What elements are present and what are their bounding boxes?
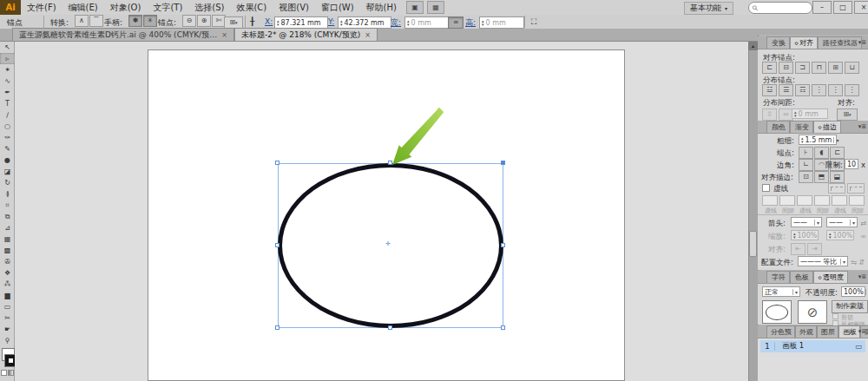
chevron-down-icon[interactable]: ▾ <box>833 137 838 143</box>
handle-bottom-right[interactable] <box>501 325 505 330</box>
link-scale-icon[interactable]: ∞ <box>860 232 866 240</box>
make-mask-button[interactable]: 制作蒙版 <box>832 300 868 313</box>
arrowhead-start-select[interactable]: ——▾ <box>791 217 822 227</box>
panel-tab[interactable]: ≎对齐 <box>790 36 818 49</box>
cap-round-button[interactable]: ◖ <box>814 147 829 159</box>
distribute-left-button[interactable]: ⋮ <box>812 84 826 96</box>
close-icon[interactable]: × <box>365 31 371 39</box>
arrow-tip-button[interactable]: ⇤ <box>791 243 806 255</box>
panel-tab[interactable]: 外观 <box>795 325 817 338</box>
panel-tab[interactable]: 分色预 <box>766 325 795 338</box>
clip-checkbox[interactable] <box>832 313 838 319</box>
menu-item[interactable]: 效果(C) <box>230 0 273 15</box>
menu-item[interactable]: 文字(T) <box>147 0 188 15</box>
color-button[interactable] <box>1 370 7 376</box>
align-bottom-button[interactable]: ⊔ <box>845 62 859 74</box>
minimize-button[interactable]: – <box>812 1 832 14</box>
align-h-center-button[interactable]: ⊟ <box>779 62 793 74</box>
add-anchor-button[interactable]: ⊕ <box>197 15 211 27</box>
close-icon[interactable]: × <box>221 31 227 39</box>
stroke-inside-button[interactable]: ⬒ <box>814 171 829 183</box>
type-tool[interactable]: T <box>0 98 15 109</box>
panel-tab[interactable]: ≎透明度 <box>813 271 848 283</box>
swap-arrowheads-icon[interactable]: ⇄ <box>860 219 866 227</box>
width-label[interactable]: 宽: <box>391 17 401 29</box>
bridge-icon[interactable]: ▣ <box>406 1 424 14</box>
height-label[interactable]: 高: <box>465 17 476 29</box>
convert-smooth-button[interactable]: ⌒ <box>89 15 103 27</box>
artboard-tool[interactable]: ▭ <box>0 301 15 312</box>
panel-tab[interactable]: 字符 <box>766 271 790 283</box>
panel-tab[interactable]: 变换 <box>766 36 790 49</box>
scrollbar-thumb[interactable] <box>749 231 757 257</box>
panel-menu-icon[interactable]: ▾≣ <box>858 123 867 130</box>
dash-align-button[interactable] <box>847 183 865 194</box>
shape-builder-tool[interactable]: ⧉ <box>0 211 15 222</box>
weight-field[interactable]: ▴▾1.5 mm▾ <box>799 135 837 145</box>
scroll-up-icon[interactable]: ▴ <box>748 42 758 50</box>
panel-tab[interactable]: 渐变 <box>790 121 813 133</box>
artboard-icon[interactable]: ▭ <box>855 342 865 351</box>
isolate-selected-icon[interactable]: ⛶ <box>531 17 536 27</box>
handle-top-left[interactable] <box>275 161 279 165</box>
dash-field[interactable] <box>797 195 812 206</box>
width-field[interactable]: ▴▾0 mm <box>404 16 450 29</box>
spacing-field[interactable]: ▴▾0 mm <box>792 108 828 119</box>
eyedropper-tool[interactable]: ✇ <box>0 256 15 267</box>
show-handles-button[interactable]: ✱ <box>128 15 142 27</box>
align-right-button[interactable]: ⊐ <box>795 62 810 74</box>
dash-preserve-button[interactable] <box>828 183 845 194</box>
lasso-tool[interactable]: ∿ <box>0 76 15 87</box>
eraser-tool[interactable]: ◪ <box>0 166 15 177</box>
pencil-tool[interactable]: ✎ <box>0 143 15 154</box>
direct-selection-tool[interactable]: ▹ <box>0 53 15 64</box>
perspective-grid-tool[interactable]: ⊿ <box>0 222 15 233</box>
handle-mid-left[interactable] <box>275 243 279 247</box>
panel-tab[interactable]: 图层 <box>817 325 838 338</box>
arrow-end-button[interactable]: ⇥ <box>807 243 822 255</box>
distribute-top-button[interactable]: ☳ <box>762 84 777 96</box>
handle-mid-right[interactable] <box>501 243 505 247</box>
panel-menu-icon[interactable]: ▾≣ <box>858 273 867 280</box>
panel-menu-icon[interactable]: ▾≣ <box>858 39 867 46</box>
menu-item[interactable]: 窗口(W) <box>315 0 360 15</box>
handle-bottom-left[interactable] <box>275 325 279 330</box>
handle-bottom-center[interactable] <box>388 325 392 330</box>
mask-thumbnail[interactable]: ⊘ <box>798 300 827 324</box>
panel-tab[interactable]: 路径查找器 <box>818 36 862 49</box>
arrowhead-end-select[interactable]: ——▾ <box>826 217 858 227</box>
gradient-tool[interactable]: ▩ <box>0 245 15 256</box>
menu-item[interactable]: 帮助(H) <box>360 0 403 15</box>
panel-tab[interactable]: 色板 <box>790 271 813 283</box>
miter-limit-field[interactable]: 10 <box>845 159 858 169</box>
reference-point-button[interactable]: ⊞▾ <box>224 16 243 29</box>
opacity-field[interactable]: 100%▾ <box>841 286 865 297</box>
convert-corner-button[interactable]: ∧ <box>75 15 89 27</box>
artboard-row[interactable]: 1 画板 1 ▭ <box>760 340 865 352</box>
gradient-button[interactable] <box>8 370 14 376</box>
workspace-switcher[interactable]: 基本功能 ▾ <box>684 2 733 15</box>
align-v-center-button[interactable]: ⊞ <box>828 62 843 74</box>
flip-across-icon[interactable]: ⇵ <box>858 258 865 266</box>
dash-field[interactable] <box>762 195 778 206</box>
gap-field[interactable] <box>779 195 795 206</box>
x-field[interactable]: ▴▾87.321 mm <box>274 16 328 29</box>
remove-anchor-button[interactable]: ⊖ <box>182 15 196 27</box>
blend-tool[interactable]: ❖ <box>0 267 15 279</box>
gap-field[interactable] <box>814 195 830 206</box>
align-to-button[interactable]: ⊞▾ <box>837 108 858 121</box>
align-top-button[interactable]: ⊓ <box>812 62 826 74</box>
column-graph-tool[interactable]: ▆ <box>0 290 15 301</box>
width-tool[interactable]: ≬ <box>0 188 15 200</box>
panel-menu-icon[interactable]: ▾≣ <box>858 328 867 335</box>
join-miter-button[interactable]: ∟ <box>799 159 813 171</box>
mesh-tool[interactable]: ▦ <box>0 233 15 245</box>
y-field[interactable]: ▴▾42.372 mm <box>338 16 391 29</box>
dash-field[interactable] <box>832 195 847 206</box>
ellipse-tool[interactable]: ○ <box>0 121 15 132</box>
menu-item[interactable]: 选择(S) <box>188 0 230 15</box>
vertical-scrollbar[interactable] <box>748 42 758 381</box>
blob-brush-tool[interactable]: ● <box>0 154 15 166</box>
distribute-right-button[interactable]: ⋮ <box>845 84 859 96</box>
line-segment-tool[interactable]: ∕ <box>0 109 15 121</box>
